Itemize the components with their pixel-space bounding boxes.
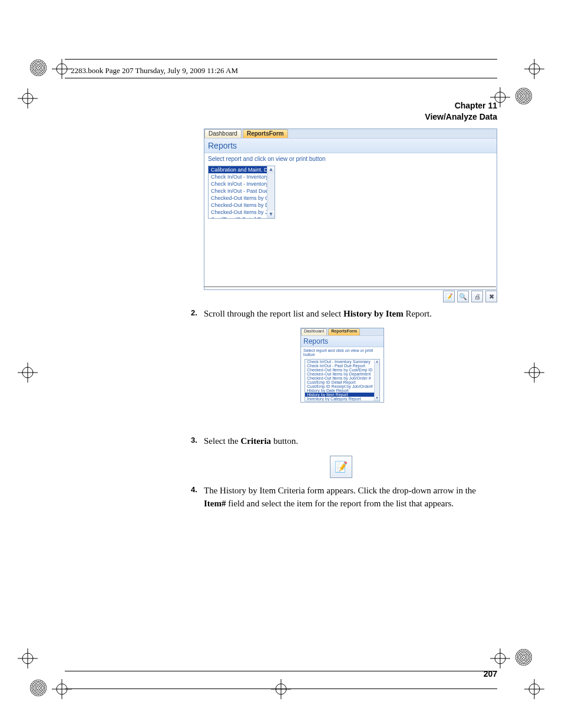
scroll-up-icon[interactable]: ▲ — [375, 360, 379, 364]
list-item[interactable]: Checked-Out Items by Department — [209, 202, 275, 209]
svg-point-12 — [22, 367, 33, 378]
crop-radial-icon — [515, 87, 533, 105]
list-item[interactable]: Calibration and Maint. Due Report — [209, 166, 275, 173]
scroll-down-icon[interactable]: ▼ — [267, 211, 275, 218]
list-item[interactable]: Check In/Out - Past Due Report — [305, 364, 379, 368]
list-item[interactable]: Checked-Out Items by Job/Order # — [209, 209, 275, 216]
crop-radial-icon — [515, 648, 533, 666]
svg-point-21 — [22, 653, 33, 664]
list-item[interactable]: Checked-Out Items by Department — [305, 372, 379, 376]
step-4: 4. The History by Item Criteria form app… — [204, 485, 498, 510]
svg-point-15 — [529, 367, 540, 378]
list-item[interactable]: Cust/Emp ID Detail Report — [209, 216, 275, 219]
svg-point-18 — [276, 684, 286, 694]
step-number: 2. — [191, 308, 197, 319]
footer-rule — [65, 671, 497, 671]
registration-mark-icon — [52, 59, 72, 79]
close-button[interactable]: ✖ — [485, 291, 497, 302]
step-text: Select the Criteria button. — [204, 436, 298, 446]
report-listbox[interactable]: Check In/Out - Inventory SummaryCheck In… — [305, 359, 380, 401]
toolbar-separator — [204, 286, 496, 287]
step-number: 4. — [191, 485, 197, 496]
list-item[interactable]: History by Item Report — [305, 393, 379, 397]
panel-title: Reports — [204, 139, 497, 153]
panel-title: Reports — [301, 336, 384, 347]
step-number: 3. — [191, 435, 197, 446]
list-item[interactable]: Cust/Emp ID Receipt by Job/Order# — [305, 384, 379, 388]
svg-point-6 — [529, 64, 540, 74]
svg-point-0 — [22, 93, 33, 104]
list-item[interactable]: Check In/Out - Inventory Details — [209, 173, 275, 180]
criteria-button[interactable]: 📝 — [443, 291, 455, 302]
list-item[interactable]: Checked-Out Items by Cust/Emp ID — [209, 195, 275, 202]
running-header: 2283.book Page 207 Thursday, July 9, 200… — [71, 66, 238, 75]
registration-mark-icon — [524, 363, 544, 383]
reports-window-screenshot: Dashboard ReportsForm Reports Select rep… — [204, 129, 497, 290]
svg-point-3 — [57, 64, 67, 74]
list-item[interactable]: Check In/Out - Inventory Summary — [209, 180, 275, 187]
chapter-number: Chapter 11 — [425, 100, 497, 111]
scrollbar[interactable]: ▲ ▼ — [267, 166, 275, 218]
instruction-text: Select report and click on view or print… — [204, 153, 497, 164]
registration-mark-icon — [18, 88, 38, 108]
step-3: 3. Select the Criteria button. — [204, 435, 498, 448]
list-item[interactable]: Cust/Emp ID Detail Report — [305, 380, 379, 384]
scrollbar[interactable]: ▲ ▼ — [374, 360, 379, 401]
registration-mark-icon — [490, 648, 510, 668]
tab-dashboard[interactable]: Dashboard — [204, 129, 242, 138]
list-item[interactable]: Checked-Out Items by Job/Order # — [305, 376, 379, 380]
registration-mark-icon — [52, 679, 72, 699]
registration-mark-icon — [524, 59, 544, 79]
step-text: The History by Item Criteria form appear… — [204, 486, 476, 508]
registration-mark-icon — [18, 648, 38, 668]
list-item[interactable]: History by Date Report — [305, 388, 379, 393]
scroll-down-icon[interactable]: ▼ — [375, 396, 379, 401]
crop-radial-icon — [29, 59, 47, 77]
list-item[interactable]: Checked-Out Items by Cust/Emp ID — [305, 368, 379, 372]
tab-dashboard[interactable]: Dashboard — [301, 328, 327, 335]
tab-reportsform[interactable]: ReportsForm — [243, 129, 288, 138]
svg-point-30 — [495, 653, 505, 664]
list-item[interactable]: Check In/Out - Past Due Report — [209, 187, 275, 195]
registration-mark-icon — [271, 679, 291, 699]
scroll-up-icon[interactable]: ▲ — [267, 166, 275, 173]
chapter-title: View/Analyze Data — [425, 111, 497, 123]
print-button[interactable]: 🖨 — [471, 291, 483, 302]
step-text: Scroll through the report list and selec… — [204, 309, 432, 318]
view-button[interactable]: 🔍 — [457, 291, 469, 302]
header-rule — [65, 59, 497, 60]
svg-point-24 — [57, 684, 67, 694]
crop-radial-icon — [29, 679, 47, 697]
registration-mark-icon — [18, 363, 38, 383]
header-rule — [65, 78, 497, 78]
list-item[interactable]: Inventory by Location Report — [305, 401, 379, 401]
registration-mark-icon — [524, 679, 544, 699]
tab-reportsform[interactable]: ReportsForm — [328, 328, 360, 335]
footer-rule — [65, 689, 497, 689]
list-item[interactable]: Inventory by Category Report — [305, 397, 379, 401]
svg-point-27 — [529, 684, 540, 694]
criteria-button-large[interactable]: 📝 — [330, 456, 352, 478]
reports-window-selected-screenshot: Dashboard ReportsForm Reports Select rep… — [300, 328, 384, 403]
report-listbox[interactable]: Calibration and Maint. Due ReportCheck I… — [208, 166, 275, 219]
list-item[interactable]: Check In/Out - Inventory Summary — [305, 360, 379, 364]
instruction-text: Select report and click on view or print… — [301, 347, 384, 358]
step-2: 2. Scroll through the report list and se… — [204, 308, 498, 321]
